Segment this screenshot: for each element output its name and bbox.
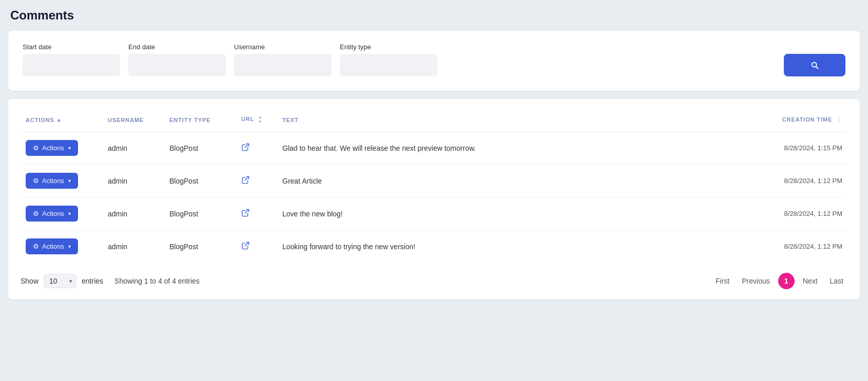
end-date-label: End date [128, 43, 226, 51]
entity-type-cell-2: BlogPost [164, 197, 236, 230]
comments-table: ACTIONS ▲ USERNAME ENTITY TYPE URL ▲ ▼ T… [21, 111, 847, 263]
text-cell-3: Looking forward to trying the new versio… [277, 230, 755, 263]
previous-page-button[interactable]: Previous [738, 274, 774, 288]
url-link-icon-1[interactable] [241, 177, 249, 186]
entries-label: entries [82, 277, 103, 285]
search-icon [810, 61, 819, 70]
text-cell-0: Glad to hear that. We will release the n… [277, 132, 755, 165]
time-sort-icon[interactable]: ⋮ [836, 116, 842, 123]
entity-type-cell-0: BlogPost [164, 132, 236, 165]
gear-icon: ⚙ [33, 210, 39, 217]
first-page-button[interactable]: First [711, 274, 734, 288]
chevron-down-icon: ▾ [68, 145, 71, 151]
actions-button-3[interactable]: ⚙ Actions ▾ [26, 238, 78, 254]
page-title: Comments [8, 8, 860, 23]
url-cell-1 [236, 165, 277, 197]
actions-cell-2: ⚙ Actions ▾ [21, 197, 103, 230]
actions-label-3: Actions [42, 243, 64, 250]
actions-column-header: ACTIONS ▲ [21, 111, 103, 132]
entity-type-label: Entity type [340, 43, 437, 51]
text-column-header: TEXT [277, 111, 755, 132]
actions-button-0[interactable]: ⚙ Actions ▾ [26, 140, 78, 156]
url-link-icon-2[interactable] [241, 210, 249, 218]
end-date-input[interactable] [128, 54, 226, 76]
gear-icon: ⚙ [33, 177, 39, 185]
url-link-icon-0[interactable] [241, 144, 249, 153]
entity-type-cell-3: BlogPost [164, 230, 236, 263]
table-footer: Show 10 25 50 100 ▾ entries Showing 1 to… [21, 273, 847, 289]
username-cell-2: admin [103, 197, 164, 230]
chevron-down-icon: ▾ [68, 244, 71, 249]
chevron-down-icon: ▾ [68, 211, 71, 216]
username-input[interactable] [234, 54, 332, 76]
table-body: ⚙ Actions ▾ admin BlogPost Glad to hear … [21, 132, 847, 263]
text-cell-1: Great Article [277, 165, 755, 197]
creation-time-cell-3: 8/28/2024, 1:12 PM [755, 230, 847, 263]
entity-type-group: Entity type [340, 43, 437, 76]
sort-up-icon[interactable]: ▲ [56, 117, 62, 123]
url-column-header: URL ▲ ▼ [236, 111, 277, 132]
gear-icon: ⚙ [33, 243, 39, 250]
entries-select-wrapper: 10 25 50 100 ▾ [44, 274, 76, 288]
actions-label-0: Actions [42, 144, 64, 152]
actions-label-1: Actions [42, 177, 64, 185]
gear-icon: ⚙ [33, 144, 39, 152]
table-row: ⚙ Actions ▾ admin BlogPost Glad to hear … [21, 132, 847, 165]
last-page-button[interactable]: Last [826, 274, 847, 288]
table-row: ⚙ Actions ▾ admin BlogPost Looking forwa… [21, 230, 847, 263]
end-date-group: End date [128, 43, 226, 76]
actions-button-1[interactable]: ⚙ Actions ▾ [26, 173, 78, 189]
url-link-icon-3[interactable] [241, 243, 249, 251]
entity-type-column-header: ENTITY TYPE [164, 111, 236, 132]
start-date-group: Start date [23, 43, 120, 76]
url-cell-3 [236, 230, 277, 263]
chevron-down-icon: ▾ [68, 178, 71, 184]
table-row: ⚙ Actions ▾ admin BlogPost Love the new … [21, 197, 847, 230]
actions-cell-3: ⚙ Actions ▾ [21, 230, 103, 263]
page-1-button[interactable]: 1 [778, 273, 795, 289]
filter-row: Start date End date Username Entity type [23, 43, 845, 76]
username-cell-3: admin [103, 230, 164, 263]
url-cell-0 [236, 132, 277, 165]
table-header: ACTIONS ▲ USERNAME ENTITY TYPE URL ▲ ▼ T… [21, 111, 847, 132]
actions-label-2: Actions [42, 210, 64, 217]
start-date-label: Start date [23, 43, 120, 51]
url-sort-icon[interactable]: ▲ ▼ [258, 115, 263, 124]
creation-time-cell-2: 8/28/2024, 1:12 PM [755, 197, 847, 230]
filter-card: Start date End date Username Entity type [8, 31, 860, 91]
entity-type-cell-1: BlogPost [164, 165, 236, 197]
start-date-input[interactable] [23, 54, 120, 76]
username-cell-1: admin [103, 165, 164, 197]
entries-select[interactable]: 10 25 50 100 [44, 274, 76, 288]
creation-time-column-header: CREATION TIME ⋮ [755, 111, 847, 132]
username-label: Username [234, 43, 332, 51]
actions-cell-1: ⚙ Actions ▾ [21, 165, 103, 197]
username-group: Username [234, 43, 332, 76]
next-page-button[interactable]: Next [799, 274, 822, 288]
creation-time-cell-0: 8/28/2024, 1:15 PM [755, 132, 847, 165]
username-cell-0: admin [103, 132, 164, 165]
table-card: ACTIONS ▲ USERNAME ENTITY TYPE URL ▲ ▼ T… [8, 99, 860, 299]
header-row: ACTIONS ▲ USERNAME ENTITY TYPE URL ▲ ▼ T… [21, 111, 847, 132]
entity-type-input[interactable] [340, 54, 437, 76]
url-cell-2 [236, 197, 277, 230]
actions-cell-0: ⚙ Actions ▾ [21, 132, 103, 165]
showing-text: Showing 1 to 4 of 4 entries [114, 277, 200, 285]
search-button[interactable] [784, 54, 845, 76]
creation-time-cell-1: 8/28/2024, 1:12 PM [755, 165, 847, 197]
table-row: ⚙ Actions ▾ admin BlogPost Great Article… [21, 165, 847, 197]
show-label: Show [21, 277, 38, 285]
actions-button-2[interactable]: ⚙ Actions ▾ [26, 206, 78, 222]
username-column-header: USERNAME [103, 111, 164, 132]
text-cell-2: Love the new blog! [277, 197, 755, 230]
pagination: First Previous 1 Next Last [711, 273, 847, 289]
